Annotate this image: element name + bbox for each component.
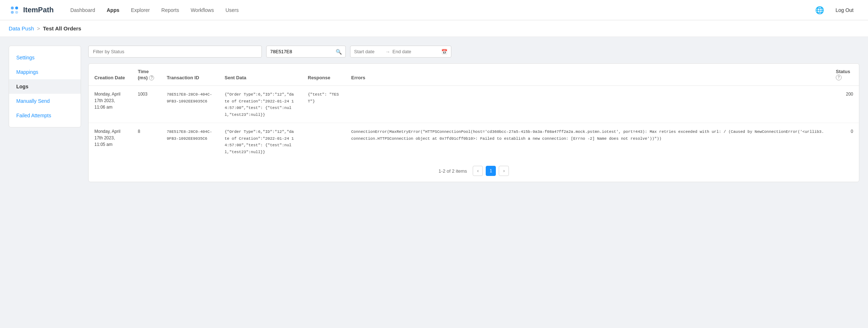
date-range-arrow: → — [385, 49, 390, 55]
table-row: Monday, April 17th 2023, 11:05 am 8 78E5… — [89, 123, 859, 160]
svg-point-3 — [15, 11, 18, 14]
sidebar-item-manually-send[interactable]: Manually Send — [9, 94, 81, 108]
row1-transaction-id: 78E517E8-28C0-404C-9FB3-1092EE9035C6 — [161, 86, 219, 123]
globe-button[interactable]: 🌐 — [814, 4, 825, 16]
svg-point-1 — [15, 7, 18, 9]
row2-sent-data: {"Order Type":6,"ID":"12","date of Creat… — [219, 123, 302, 160]
row2-time-ms: 8 — [132, 123, 161, 160]
row1-response: {"test": "TEST"} — [302, 86, 345, 123]
filter-status-input[interactable] — [88, 46, 262, 58]
sidebar-item-settings[interactable]: Settings — [9, 50, 81, 65]
row2-errors: ConnectionError(MaxRetryError("HTTPSConn… — [345, 123, 830, 160]
col-time-unit: (ms) — [138, 75, 148, 80]
search-icon: 🔍 — [336, 49, 342, 55]
nav-apps[interactable]: Apps — [102, 4, 124, 16]
row1-time-ms: 1003 — [132, 86, 161, 123]
svg-point-0 — [11, 7, 14, 9]
pagination-info: 1-2 of 2 items — [439, 168, 467, 174]
pagination: 1-2 of 2 items ‹ 1 › — [89, 160, 859, 182]
sidebar: Settings Mappings Logs Manually Send Fai… — [9, 46, 81, 127]
content-area: 🔍 → 📅 Creation Date — [88, 46, 859, 182]
row1-sent-data: {"Order Type":6,"ID":"12","date of Creat… — [219, 86, 302, 123]
status-info-icon[interactable]: ? — [836, 75, 842, 80]
logout-button[interactable]: Log Out — [830, 4, 859, 16]
row2-transaction-id: 78E517E8-28C0-404C-9FB3-1092EE9035C6 — [161, 123, 219, 160]
col-time-label: Time — [138, 69, 149, 74]
nav-reports[interactable]: Reports — [156, 4, 184, 16]
nav-dashboard[interactable]: Dashboard — [65, 4, 100, 16]
row1-status: 200 — [830, 86, 859, 123]
next-page-button[interactable]: › — [499, 166, 509, 176]
row1-creation-date: Monday, April 17th 2023, 11:06 am — [89, 86, 132, 123]
sidebar-item-failed-attempts[interactable]: Failed Attempts — [9, 108, 81, 123]
col-header-creation-date: Creation Date — [89, 64, 132, 86]
page-1-button[interactable]: 1 — [486, 166, 496, 176]
nav-users[interactable]: Users — [220, 4, 244, 16]
row1-errors — [345, 86, 830, 123]
col-header-transaction-id: Transaction ID — [161, 64, 219, 86]
nav-explorer[interactable]: Explorer — [126, 4, 155, 16]
breadcrumb-separator: > — [37, 25, 40, 31]
row2-creation-date: Monday, April 17th 2023, 11:05 am — [89, 123, 132, 160]
row2-status: 0 — [830, 123, 859, 160]
logs-table-container: Creation Date Time (ms) ? — [88, 63, 859, 182]
filter-status-container — [88, 46, 262, 58]
logo: ItemPath — [9, 4, 54, 16]
logo-icon — [9, 4, 20, 16]
col-header-errors: Errors — [345, 64, 830, 86]
table-row: Monday, April 17th 2023, 11:06 am 1003 7… — [89, 86, 859, 123]
col-header-status: Status ? — [830, 64, 859, 86]
col-header-response: Response — [302, 64, 345, 86]
sidebar-item-logs[interactable]: Logs — [9, 79, 81, 94]
col-header-time: Time (ms) ? — [132, 64, 161, 86]
filter-end-date[interactable] — [392, 49, 421, 54]
nav-workflows[interactable]: Workflows — [186, 4, 219, 16]
main-nav: Dashboard Apps Explorer Reports Workflow… — [65, 4, 814, 16]
row2-response — [302, 123, 345, 160]
filters-row: 🔍 → 📅 — [88, 46, 859, 58]
breadcrumb-current: Test All Orders — [43, 25, 81, 31]
col-header-sent-data: Sent Data — [219, 64, 302, 86]
prev-page-button[interactable]: ‹ — [473, 166, 483, 176]
breadcrumb: Data Push > Test All Orders — [0, 20, 868, 37]
filter-search-input[interactable] — [270, 49, 333, 54]
filter-date-container: → 📅 — [350, 46, 451, 58]
logs-table: Creation Date Time (ms) ? — [89, 64, 859, 160]
calendar-icon[interactable]: 📅 — [441, 49, 447, 55]
breadcrumb-parent[interactable]: Data Push — [9, 25, 34, 31]
header-right: 🌐 Log Out — [814, 4, 859, 16]
svg-point-2 — [11, 11, 14, 14]
sidebar-item-mappings[interactable]: Mappings — [9, 65, 81, 79]
filter-search-container: 🔍 — [266, 46, 346, 58]
app-title: ItemPath — [23, 6, 54, 14]
filter-start-date[interactable] — [354, 49, 383, 54]
time-info-icon[interactable]: ? — [149, 75, 154, 80]
